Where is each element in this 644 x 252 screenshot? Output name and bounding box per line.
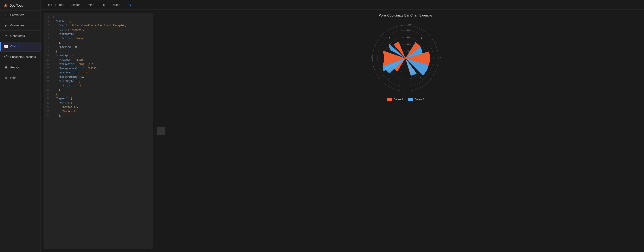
code-line: 18 } <box>44 88 152 92</box>
svg-text:D: D <box>388 76 390 79</box>
sidebar-item-amisgo[interactable]: ◉ Amisgo <box>0 63 40 71</box>
sidebar-item-encoders[interactable]: </> Encoders/Decoders <box>0 52 40 61</box>
encoders-icon: </> <box>4 55 8 59</box>
legend-series1-color <box>387 98 392 101</box>
main-area: Line | Bar | Scatter | Polar | Pie | Rad… <box>41 0 644 252</box>
code-line: 4 "left": "center", <box>44 28 152 32</box>
tab-pie[interactable]: Pie <box>99 3 106 7</box>
code-line: 2 "title": { <box>44 19 152 24</box>
polar-chart: 20% 40% 60% 80% 100% A B C D E <box>368 21 442 95</box>
formatters-icon: ⊞ <box>4 13 8 17</box>
tab-scatter[interactable]: Scatter <box>70 3 81 7</box>
sidebar-item-charts[interactable]: 📈 Charts <box>0 42 40 51</box>
code-line: 17 "color": "#fff" <box>44 84 152 88</box>
svg-text:E: E <box>370 57 372 60</box>
legend-series1: Series 1 <box>387 98 403 101</box>
code-line: 24 ], <box>44 114 152 118</box>
chart-area: Polar Coordinate Bar Chart Example <box>167 10 644 252</box>
code-line: 11 "trigger": "item", <box>44 58 152 62</box>
tab-radar[interactable]: Radar <box>110 3 121 7</box>
sidebar-item-ndor[interactable]: ◈ Ndor <box>0 73 40 82</box>
sidebar: 🧸 Dev Toys ⊞ Formatters ⇄ Converters ✦ G… <box>0 0 41 252</box>
code-line: 21 "data": [ <box>44 101 152 105</box>
content-area: 1{2 "title": {3 "text": "Polar Coordinat… <box>41 10 644 252</box>
svg-text:80%: 80% <box>406 29 410 32</box>
code-line: 5 "textStyle": { <box>44 32 152 36</box>
tab-bar[interactable]: Bar <box>58 3 64 7</box>
amisgo-icon: ◉ <box>4 65 8 69</box>
code-line: 20 "legend": { <box>44 97 152 101</box>
generators-icon: ✦ <box>4 34 8 38</box>
code-line: 23 "Series 2" <box>44 109 152 114</box>
sidebar-item-converters[interactable]: ⇄ Converters <box>0 21 40 30</box>
app-title: 🧸 Dev Toys <box>0 0 40 11</box>
code-line: 6 "color": "#aaa" <box>44 36 152 41</box>
code-line: 16 "textStyle": { <box>44 79 152 84</box>
code-line: 7 }, <box>44 41 152 45</box>
svg-text:100%: 100% <box>406 24 412 26</box>
tab-bar: Line | Bar | Scatter | Polar | Pie | Rad… <box>41 0 644 10</box>
code-line: 1{ <box>44 15 152 19</box>
code-line: 15 "borderWidth": 1, <box>44 75 152 79</box>
code-line: 10 "tooltip": { <box>44 54 152 58</box>
polar-svg: 20% 40% 60% 80% 100% A B C D E <box>368 21 442 95</box>
code-editor[interactable]: 1{2 "title": {3 "text": "Polar Coordinat… <box>44 13 152 249</box>
run-button[interactable]: → <box>157 127 165 135</box>
svg-text:60%: 60% <box>406 36 410 39</box>
svg-text:F: F <box>389 37 390 40</box>
code-line: 12 "formatter": "{b}: {c}", <box>44 62 152 66</box>
svg-point-23 <box>405 58 406 59</box>
code-line: 19 }, <box>44 92 152 97</box>
legend-series2: Series 2 <box>408 98 424 101</box>
code-line: 14 "borderColor": "#777", <box>44 71 152 75</box>
chart-title: Polar Coordinate Bar Chart Example <box>379 14 432 18</box>
svg-text:B: B <box>440 57 441 60</box>
chart-legend: Series 1 Series 2 <box>387 98 424 101</box>
converters-icon: ⇄ <box>4 24 8 27</box>
svg-text:40%: 40% <box>406 43 410 46</box>
svg-text:A: A <box>420 37 422 40</box>
charts-icon: 📈 <box>4 45 8 48</box>
tab-line[interactable]: Line <box>46 3 53 7</box>
code-lines[interactable]: 1{2 "title": {3 "text": "Polar Coordinat… <box>44 13 152 120</box>
legend-series2-color <box>408 98 413 101</box>
svg-text:C: C <box>420 76 422 79</box>
ndor-icon: ◈ <box>4 76 8 79</box>
code-line: 3 "text": "Polar Coordinate Bar Chart Ex… <box>44 24 152 28</box>
tab-polar[interactable]: Polar <box>86 3 95 7</box>
app-icon: 🧸 <box>4 4 8 8</box>
code-line: 9 }, <box>44 49 152 54</box>
legend-series1-label: Series 1 <box>394 98 403 101</box>
code-line: 13 "backgroundColor": "#333", <box>44 66 152 71</box>
tab-diy[interactable]: DIY <box>125 3 132 7</box>
legend-series2-label: Series 2 <box>415 98 424 101</box>
sidebar-item-generators[interactable]: ✦ Generators <box>0 32 40 40</box>
code-line: 8 "padding": 0 <box>44 45 152 49</box>
code-line: 22 "Series 1", <box>44 105 152 109</box>
sidebar-item-formatters[interactable]: ⊞ Formatters <box>0 11 40 19</box>
